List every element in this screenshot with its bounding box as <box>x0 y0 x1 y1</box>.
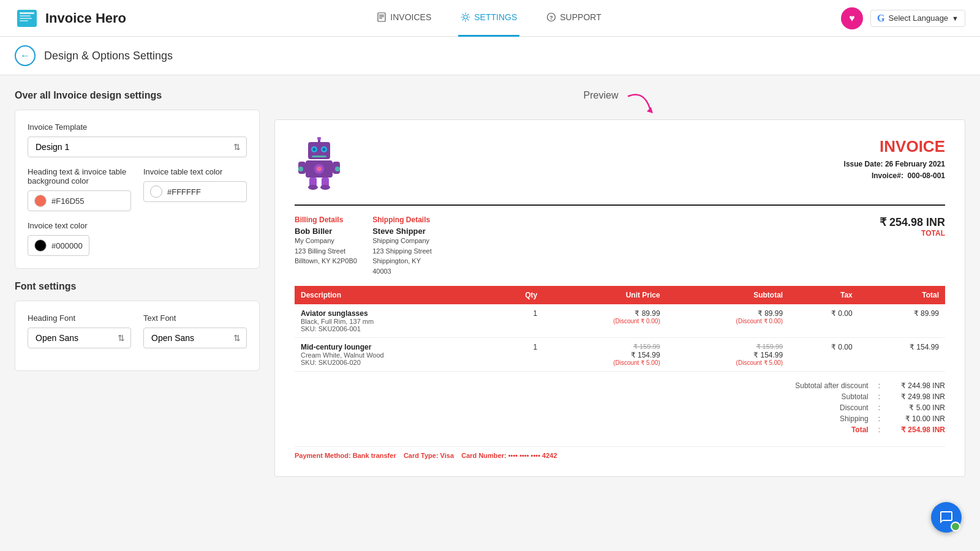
summary-row-total: Total : ₹ 254.98 INR <box>725 425 945 434</box>
col-total: Total <box>859 286 945 304</box>
payment-row: Payment Method: Bank transfer Card Type:… <box>295 446 945 459</box>
invoice-title: INVOICE <box>844 137 945 156</box>
sub-header: ← Design & Options Settings <box>0 37 980 75</box>
invoice-num-value: 000-08-001 <box>908 171 945 180</box>
support-icon: ? <box>546 12 556 22</box>
svg-point-23 <box>317 167 322 171</box>
billing-company: My Company <box>295 236 360 246</box>
item1-qty: 1 <box>492 304 543 338</box>
nav-right: ♥ G Select Language ▼ <box>841 7 965 29</box>
invoice-divider <box>295 204 945 206</box>
summary-table: Subtotal after discount : ₹ 244.98 INR S… <box>725 381 945 437</box>
shipping-company: Shipping Company <box>372 236 438 246</box>
item2-tax: ₹ 0.00 <box>789 338 859 372</box>
text-font-select[interactable]: Open Sans Roboto Lato <box>143 328 247 348</box>
nav-settings[interactable]: SETTINGS <box>458 0 519 37</box>
summary-value: ₹ 5.00 INR <box>890 403 945 412</box>
heading-color-value: #F16D55 <box>51 197 84 206</box>
payment-method-value: Bank transfer <box>353 452 396 459</box>
addresses-group: Billing Details Bob Biller My Company 12… <box>295 216 438 276</box>
settings-icon <box>461 12 470 22</box>
item2-detail: Cream White, Walnut Wood <box>301 351 486 359</box>
svg-text:?: ? <box>550 15 554 21</box>
issue-date-value: 26 February 2021 <box>885 160 945 168</box>
logo-area: Invoice Hero <box>15 6 137 31</box>
favorite-button[interactable]: ♥ <box>841 7 863 29</box>
item2-total: ₹ 154.99 <box>859 338 945 372</box>
svg-rect-2 <box>20 15 31 17</box>
header: Invoice Hero INVOICES SETTINGS ? SUPPORT… <box>0 0 980 37</box>
template-settings-card: Invoice Template Design 1 Design 2 Desig… <box>15 110 260 269</box>
card-number-label: Card Number: <box>461 452 506 459</box>
app-title: Invoice Hero <box>45 10 126 26</box>
card-number-value: •••• •••• •••• 4242 <box>508 452 557 459</box>
text-color-swatch <box>34 239 47 252</box>
card-type-label: Card Type: <box>404 452 439 459</box>
section-title-fonts: Font settings <box>15 281 260 292</box>
total-label: TOTAL <box>880 229 945 238</box>
billing-label: Billing Details <box>295 216 360 224</box>
col-description: Description <box>295 286 492 304</box>
shipping-label: Shipping Details <box>372 216 438 224</box>
item2-name: Mid-century lounger <box>301 343 486 351</box>
svg-rect-3 <box>20 18 32 19</box>
back-button[interactable]: ← <box>15 45 36 66</box>
preview-label-area: Preview <box>274 90 965 114</box>
item1-detail: Black, Full Rim, 137 mm <box>301 318 486 325</box>
col-tax: Tax <box>789 286 859 304</box>
summary-section: Subtotal after discount : ₹ 244.98 INR S… <box>295 381 945 437</box>
summary-row-discount: Discount : ₹ 5.00 INR <box>725 403 945 412</box>
summary-label: Discount <box>840 403 869 412</box>
preview-arrow-icon <box>625 90 656 114</box>
font-row: Heading Font Open Sans Roboto Lato ⇅ Tex… <box>28 313 247 358</box>
text-font-field: Text Font Open Sans Roboto Lato ⇅ <box>143 313 247 358</box>
nav-invoices[interactable]: INVOICES <box>374 0 434 37</box>
template-select[interactable]: Design 1 Design 2 Design 3 <box>28 137 247 157</box>
heading-color-field: Heading text & invoice table background … <box>28 167 131 211</box>
main-content: Over all Invoice design settings Invoice… <box>0 75 980 492</box>
text-color-label: Invoice text color <box>28 221 247 230</box>
item1-subtotal: ₹ 89.99 (Discount ₹ 0.00) <box>666 304 789 338</box>
table-text-color-swatch <box>150 186 162 198</box>
table-text-color-input[interactable]: #FFFFFF <box>143 181 247 202</box>
heading-font-select[interactable]: Open Sans Roboto Lato <box>28 328 131 348</box>
billing-name: Bob Biller <box>295 227 360 236</box>
shipping-address: Shipping Details Steve Shipper Shipping … <box>372 216 438 276</box>
table-text-color-value: #FFFFFF <box>167 187 201 197</box>
shipping-city: Shippington, KY 40003 <box>372 256 438 276</box>
billing-street: 123 Billing Street <box>295 246 360 257</box>
item2-qty: 1 <box>492 338 543 372</box>
addresses-total-row: Billing Details Bob Biller My Company 12… <box>295 216 945 276</box>
template-label: Invoice Template <box>28 122 247 132</box>
invoice-preview: INVOICE Issue Date: 26 February 2021 Inv… <box>274 119 965 477</box>
summary-colon: : <box>878 414 880 423</box>
svg-rect-4 <box>20 20 28 21</box>
svg-point-15 <box>317 137 321 140</box>
invoice-num-label: Invoice#: <box>872 171 903 180</box>
summary-row-shipping: Shipping : ₹ 10.00 INR <box>725 414 945 423</box>
page-title: Design & Options Settings <box>44 50 173 62</box>
google-icon: G <box>877 13 884 24</box>
language-selector[interactable]: G Select Language ▼ <box>870 10 965 27</box>
heading-font-select-wrapper: Open Sans Roboto Lato ⇅ <box>28 328 131 348</box>
invoice-total-right: ₹ 254.98 INR TOTAL <box>880 216 945 238</box>
summary-label: Subtotal <box>842 392 869 401</box>
summary-value: ₹ 244.98 INR <box>890 381 945 390</box>
shipping-street: 123 Shipping Street <box>372 246 438 257</box>
item2-sku: SKU: SKU2006-020 <box>301 359 486 366</box>
summary-total-value: ₹ 254.98 INR <box>890 425 945 434</box>
template-select-wrapper: Design 1 Design 2 Design 3 ⇅ <box>28 137 247 157</box>
heading-color-swatch <box>34 195 47 207</box>
summary-label: Shipping <box>840 414 869 423</box>
item2-subtotal: ₹ 159.99 ₹ 154.99 (Discount ₹ 5.00) <box>666 338 789 372</box>
nav-support[interactable]: ? SUPPORT <box>544 0 603 37</box>
text-color-input[interactable]: #000000 <box>28 235 89 256</box>
billing-address: Billing Details Bob Biller My Company 12… <box>295 216 360 276</box>
svg-rect-1 <box>20 12 34 14</box>
card-type-value: Visa <box>440 452 454 459</box>
summary-label: Subtotal after discount <box>795 381 868 390</box>
invoice-table: Description Qty Unit Price Subtotal Tax … <box>295 286 945 372</box>
heading-color-input[interactable]: #F16D55 <box>28 190 131 211</box>
summary-value: ₹ 10.00 INR <box>890 414 945 423</box>
text-font-select-wrapper: Open Sans Roboto Lato ⇅ <box>143 328 247 348</box>
